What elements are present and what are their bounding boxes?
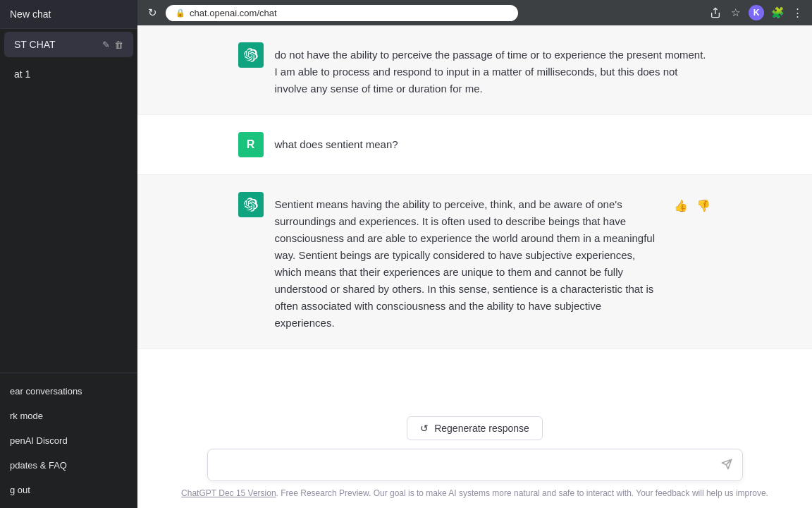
url-bar[interactable]: 🔒 chat.openai.com/chat [166, 5, 518, 21]
new-chat-button[interactable]: New chat [0, 0, 137, 29]
logout-label: g out [10, 485, 30, 495]
url-text: chat.openai.com/chat [190, 8, 277, 18]
message-block-2: R what does sentient mean? [137, 115, 812, 175]
message-inner-2: R what does sentient mean? [221, 132, 729, 157]
footer-description: . Free Research Preview. Our goal is to … [276, 488, 768, 498]
clear-label: ear conversations [10, 386, 82, 397]
sidebar-item-logout[interactable]: g out [0, 478, 137, 502]
regenerate-label: Regenerate response [434, 423, 529, 434]
sidebar-item-dark[interactable]: rk mode [0, 404, 137, 428]
discord-label: penAI Discord [10, 435, 68, 446]
message-inner-1: do not have the ability to perceive the … [221, 42, 729, 97]
footer-link[interactable]: ChatGPT Dec 15 Version [181, 488, 276, 498]
message-inner-3: Sentient means having the ability to per… [221, 192, 729, 332]
new-chat-label: New chat [10, 8, 51, 20]
active-chat-actions: ✎ 🗑 [102, 40, 123, 50]
browser-bar: ↻ 🔒 chat.openai.com/chat ☆ K 🧩 ⋮ [137, 0, 812, 25]
extensions-icon[interactable]: 🧩 [771, 6, 784, 19]
active-chat-label: ST CHAT [14, 39, 102, 50]
delete-chat-icon[interactable]: 🗑 [114, 40, 123, 50]
menu-icon[interactable]: ⋮ [791, 6, 804, 19]
regenerate-button[interactable]: ↺ Regenerate response [407, 416, 543, 440]
sidebar-item-discord[interactable]: penAI Discord [0, 428, 137, 453]
active-chat-item[interactable]: ST CHAT ✎ 🗑 [4, 32, 133, 57]
message-text-3: Sentient means having the ability to per… [275, 192, 661, 332]
gpt-avatar-3 [238, 192, 264, 217]
browser-actions: ☆ K 🧩 ⋮ [709, 5, 804, 20]
chat-input[interactable] [218, 456, 721, 473]
sidebar-item-faq[interactable]: pdates & FAQ [0, 453, 137, 478]
main-content: ↻ 🔒 chat.openai.com/chat ☆ K 🧩 ⋮ [137, 0, 812, 508]
bottom-area: ↺ Regenerate response ChatGPT Dec 15 Ver… [137, 408, 812, 508]
sidebar-bottom: ear conversations rk mode penAI Discord … [0, 373, 137, 508]
share-icon[interactable] [709, 6, 722, 19]
message-actions-3: 👍 👎 [672, 192, 712, 214]
gpt-avatar-1 [238, 42, 264, 68]
star-icon[interactable]: ☆ [729, 6, 742, 19]
sidebar-item-clear[interactable]: ear conversations [0, 379, 137, 404]
edit-chat-icon[interactable]: ✎ [102, 40, 110, 50]
chat-area: do not have the ability to perceive the … [137, 25, 812, 408]
message-text-2: what does sentient mean? [275, 132, 712, 153]
footer-text: ChatGPT Dec 15 Version. Free Research Pr… [154, 488, 795, 502]
send-icon [721, 457, 732, 473]
message-text-1: do not have the ability to perceive the … [275, 42, 712, 97]
message-block-1: do not have the ability to perceive the … [137, 25, 812, 115]
thumbdown-button[interactable]: 👎 [695, 198, 712, 214]
reload-icon[interactable]: ↻ [146, 6, 159, 19]
message-block-3: Sentient means having the ability to per… [137, 175, 812, 349]
sidebar: New chat ST CHAT ✎ 🗑 at 1 ear conversati… [0, 0, 137, 508]
sidebar-chat-item-1[interactable]: at 1 [4, 61, 133, 87]
regenerate-icon: ↺ [420, 423, 429, 434]
regenerate-row: ↺ Regenerate response [154, 416, 795, 440]
input-row [207, 449, 743, 481]
send-button[interactable] [721, 457, 732, 473]
profile-icon[interactable]: K [749, 5, 764, 20]
chat-item-1-label: at 1 [14, 68, 30, 80]
user-avatar-2: R [238, 132, 264, 157]
dark-label: rk mode [10, 411, 43, 421]
faq-label: pdates & FAQ [10, 460, 67, 471]
thumbup-button[interactable]: 👍 [672, 198, 689, 214]
